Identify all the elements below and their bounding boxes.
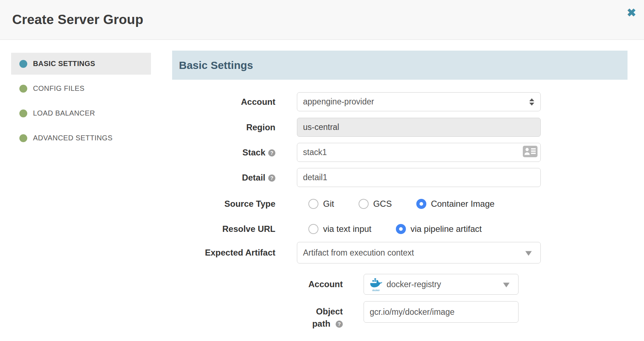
expected-artifact-dropdown[interactable]: Artifact from execution context: [297, 242, 541, 263]
radio-selected-icon[interactable]: [396, 224, 406, 234]
help-icon[interactable]: ?: [268, 174, 275, 182]
docker-account-dropdown[interactable]: docker docker-registry: [364, 274, 518, 295]
radio-unselected-icon[interactable]: [308, 224, 318, 234]
radio-unselected-icon[interactable]: [359, 199, 369, 209]
modal-header: Create Server Group ✖: [0, 0, 644, 40]
stack-input[interactable]: [297, 143, 540, 162]
step-complete-dot-icon: [19, 85, 27, 93]
modal-title: Create Server Group: [12, 12, 143, 27]
wizard-item-label: CONFIG FILES: [33, 84, 85, 93]
object-path-row: Object path ?: [172, 301, 628, 330]
detail-label: Detail?: [172, 172, 275, 184]
wizard-item-basic-settings[interactable]: BASIC SETTINGS: [11, 53, 151, 75]
account-label: Account: [172, 96, 275, 108]
source-type-option-git[interactable]: Git: [308, 199, 334, 209]
svg-text:docker: docker: [372, 289, 380, 291]
stack-row: Stack?: [172, 143, 628, 162]
section-header: Basic Settings: [172, 51, 628, 80]
step-complete-dot-icon: [19, 109, 27, 117]
source-type-label: Source Type: [172, 198, 275, 210]
chevron-down-icon: [503, 282, 510, 287]
step-active-dot-icon: [19, 60, 27, 68]
resolve-url-option-text-input[interactable]: via text input: [308, 224, 371, 234]
wizard-item-config-files[interactable]: CONFIG FILES: [11, 78, 151, 99]
resolve-url-radio-group: via text input via pipeline artifact: [308, 224, 482, 234]
expected-artifact-value: Artifact from execution context: [303, 248, 414, 258]
source-type-radio-group: Git GCS Container Image: [308, 199, 494, 209]
resolve-url-option-pipeline-artifact[interactable]: via pipeline artifact: [396, 224, 482, 234]
close-icon: ✖: [627, 6, 636, 19]
select-arrows-icon: [529, 98, 534, 106]
account-row: Account appengine-provider: [172, 92, 628, 111]
contact-card-icon[interactable]: [523, 146, 538, 159]
region-label: Region: [172, 121, 275, 134]
source-type-option-gcs[interactable]: GCS: [359, 199, 392, 209]
wizard-item-advanced-settings[interactable]: ADVANCED SETTINGS: [11, 127, 151, 149]
basic-settings-panel: Basic Settings Account appengine-provide…: [172, 40, 628, 330]
docker-account-row: Account docker: [172, 274, 628, 295]
close-button[interactable]: ✖: [627, 7, 636, 18]
radio-unselected-icon[interactable]: [308, 199, 318, 209]
expected-artifact-row: Expected Artifact Artifact from executio…: [172, 242, 628, 263]
region-row: Region: [172, 118, 628, 137]
create-server-group-modal: Create Server Group ✖ BASIC SETTINGS CON…: [0, 0, 644, 330]
docker-account-label: Account: [172, 278, 343, 290]
source-type-row: Source Type Git GCS Container: [172, 196, 628, 211]
wizard-item-label: BASIC SETTINGS: [33, 60, 95, 68]
resolve-url-label: Resolve URL: [172, 223, 275, 235]
wizard-nav: BASIC SETTINGS CONFIG FILES LOAD BALANCE…: [11, 53, 151, 330]
stack-label: Stack?: [172, 146, 275, 159]
expected-artifact-label: Expected Artifact: [172, 247, 275, 259]
account-select[interactable]: appengine-provider: [297, 92, 541, 111]
wizard-item-label: LOAD BALANCER: [33, 109, 95, 117]
object-path-input[interactable]: [364, 301, 518, 323]
help-icon[interactable]: ?: [268, 149, 275, 157]
docker-logo-icon: docker: [370, 277, 382, 291]
detail-row: Detail?: [172, 168, 628, 187]
docker-account-value: docker-registry: [387, 280, 441, 289]
help-icon[interactable]: ?: [336, 321, 343, 328]
object-path-label: Object path ?: [172, 301, 343, 330]
chevron-down-icon: [525, 251, 532, 256]
wizard-item-label: ADVANCED SETTINGS: [33, 134, 113, 142]
source-type-option-container-image[interactable]: Container Image: [416, 199, 494, 209]
account-select-value: appengine-provider: [303, 97, 374, 107]
section-title: Basic Settings: [179, 59, 253, 71]
wizard-item-load-balancer[interactable]: LOAD BALANCER: [11, 102, 151, 124]
region-input: [297, 118, 541, 137]
step-complete-dot-icon: [19, 134, 27, 142]
stack-field-wrap: [297, 143, 541, 162]
resolve-url-row: Resolve URL via text input via pipeline …: [172, 221, 628, 237]
detail-input[interactable]: [297, 168, 541, 187]
radio-selected-icon[interactable]: [416, 199, 426, 209]
modal-body: BASIC SETTINGS CONFIG FILES LOAD BALANCE…: [0, 40, 644, 330]
